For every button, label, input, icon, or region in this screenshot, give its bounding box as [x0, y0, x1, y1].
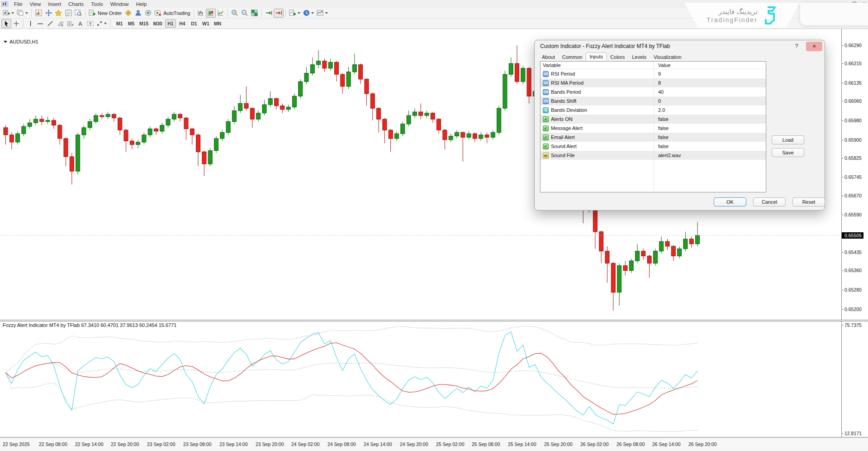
symbol-label[interactable]: AUDUSD,H1 — [4, 39, 38, 44]
menu-view[interactable]: View — [26, 1, 45, 7]
dialog-close-button[interactable]: ✕ — [806, 42, 822, 51]
param-value[interactable]: 8 — [654, 80, 766, 86]
price-tick-label: 0.65745 — [844, 174, 862, 180]
ok-button[interactable]: OK — [714, 197, 746, 206]
tab-about[interactable]: About — [538, 53, 559, 61]
window-splitter[interactable] — [0, 320, 868, 321]
tab-visualization[interactable]: Visualization — [650, 53, 685, 61]
tradingfinder-logo — [762, 6, 778, 24]
help-button[interactable]: ? — [790, 42, 803, 51]
timeframe-d1-button[interactable]: D1 — [189, 19, 199, 28]
table-row[interactable]: ✓Sound Alertfalse — [541, 142, 766, 151]
notifications-button[interactable] — [143, 9, 153, 18]
timeframe-mn-button[interactable]: MN — [212, 19, 223, 28]
parameters-table[interactable]: VariableValue123RSI Period9123RSI MA Per… — [540, 61, 766, 192]
timeframe-w1-button[interactable]: W1 — [200, 19, 211, 28]
param-value[interactable]: false — [654, 144, 766, 149]
tab-levels[interactable]: Levels — [628, 53, 650, 61]
timeframe-h4-button[interactable]: H4 — [177, 19, 188, 28]
cancel-button[interactable]: Cancel — [753, 197, 786, 206]
table-row[interactable]: 123RSI MA Period8 — [541, 78, 766, 87]
table-row[interactable]: 123Bands Period40 — [541, 87, 766, 96]
table-row[interactable]: ✓Message Alertfalse — [541, 124, 766, 133]
table-row[interactable]: ✓Email Alertfalse — [541, 133, 766, 142]
menu-window[interactable]: Window — [107, 1, 133, 7]
tab-colors[interactable]: Colors — [607, 53, 628, 61]
navigator-button[interactable] — [43, 9, 53, 18]
int-param-icon: 123 — [543, 80, 549, 86]
indicators-button[interactable] — [288, 9, 302, 18]
indicator-axis[interactable]: 75.7375 12.8171 — [841, 321, 868, 437]
new-order-button[interactable]: New Order — [87, 9, 123, 18]
menu-tools[interactable]: Tools — [87, 1, 107, 7]
price-tick-label: 0.65200 — [844, 307, 862, 312]
auto-scroll-button[interactable] — [264, 9, 274, 18]
new-chart-button[interactable] — [1, 9, 15, 18]
table-row[interactable]: ✓Alerts ONfalse — [541, 115, 766, 124]
save-button[interactable]: Save — [772, 148, 804, 157]
toolbar-separator — [85, 9, 85, 17]
timeframe-m1-button[interactable]: M1 — [114, 19, 125, 28]
param-value[interactable]: false — [654, 134, 766, 140]
timeframe-m15-button[interactable]: M15 — [138, 19, 150, 28]
param-value[interactable]: 40 — [654, 89, 766, 95]
tile-windows-button[interactable] — [250, 9, 260, 18]
trendline-button[interactable] — [45, 19, 55, 28]
data-window-button[interactable] — [63, 9, 73, 18]
reset-button[interactable]: Reset — [792, 197, 825, 206]
crosshair-button[interactable] — [11, 19, 21, 28]
indicator-subwindow[interactable] — [0, 321, 841, 437]
tab-inputs[interactable]: Inputs — [586, 53, 607, 60]
table-row[interactable]: 123Bands Shift0 — [541, 96, 766, 106]
menu-file[interactable]: File — [10, 1, 26, 7]
menu-insert[interactable]: Insert — [44, 1, 65, 7]
timeframe-h1-button[interactable]: H1 — [165, 19, 176, 28]
periods-button[interactable] — [302, 9, 315, 18]
terminal-button[interactable] — [73, 9, 83, 18]
horizontal-line-button[interactable] — [35, 19, 45, 28]
table-row[interactable]: abSound Filealert2.wav — [541, 151, 766, 160]
int-param-icon: 123 — [543, 89, 549, 95]
text-button[interactable]: A — [75, 19, 85, 28]
arrows-button[interactable] — [95, 19, 108, 28]
param-name: Bands Shift — [551, 98, 576, 104]
chart-shift-button[interactable] — [274, 9, 284, 18]
templates-button[interactable] — [315, 9, 329, 18]
favorites-button[interactable] — [53, 9, 63, 18]
candlestick-chart-type-button[interactable] — [206, 9, 216, 18]
load-button[interactable]: Load — [772, 135, 804, 144]
time-tick-label: 24 Sep 08:00 — [327, 441, 356, 447]
time-tick-label: 26 Sep 20:00 — [688, 441, 716, 447]
dbl-param-icon: ½ — [543, 107, 549, 113]
param-value[interactable]: false — [654, 125, 766, 131]
table-row[interactable]: ½Bands Deviation2.0 — [541, 106, 766, 115]
time-axis[interactable]: 22 Sep 202522 Sep 08:0022 Sep 14:0022 Se… — [0, 437, 868, 451]
price-axis[interactable]: 0.662900.662150.661350.660600.659800.659… — [841, 29, 868, 320]
text-label-button[interactable]: T — [85, 19, 95, 28]
param-value[interactable]: 9 — [654, 71, 766, 77]
vertical-line-button[interactable] — [25, 19, 35, 28]
line-chart-type-button[interactable] — [216, 9, 226, 18]
menu-help[interactable]: Help — [133, 1, 151, 7]
param-value[interactable]: 0 — [654, 98, 766, 104]
timeframe-m5-button[interactable]: M5 — [126, 19, 137, 28]
cursor-button[interactable] — [1, 19, 11, 28]
dialog-titlebar[interactable]: Custom Indicator - Fozzy Alert Indicator… — [535, 40, 825, 52]
param-value[interactable]: false — [654, 116, 766, 122]
table-row[interactable]: 123RSI Period9 — [541, 69, 766, 78]
equidistant-channel-button[interactable]: E — [55, 19, 65, 28]
market-watch-button[interactable] — [33, 9, 43, 18]
profiles-button[interactable] — [15, 9, 29, 18]
param-value[interactable]: 2.0 — [654, 107, 766, 113]
menu-charts[interactable]: Charts — [65, 1, 87, 7]
fibonacci-button[interactable]: F — [65, 19, 75, 28]
zoom-out-button[interactable] — [240, 9, 250, 18]
tab-common[interactable]: Common — [559, 53, 586, 61]
metaeditor-button[interactable]: e — [123, 9, 133, 18]
param-value[interactable]: alert2.wav — [654, 153, 766, 158]
autotrading-button[interactable]: AutoTrading — [153, 9, 192, 18]
expert-advisors-button[interactable] — [133, 9, 143, 18]
zoom-in-button[interactable] — [230, 9, 240, 18]
timeframe-m30-button[interactable]: M30 — [151, 19, 164, 28]
bar-chart-type-button[interactable] — [196, 9, 206, 18]
